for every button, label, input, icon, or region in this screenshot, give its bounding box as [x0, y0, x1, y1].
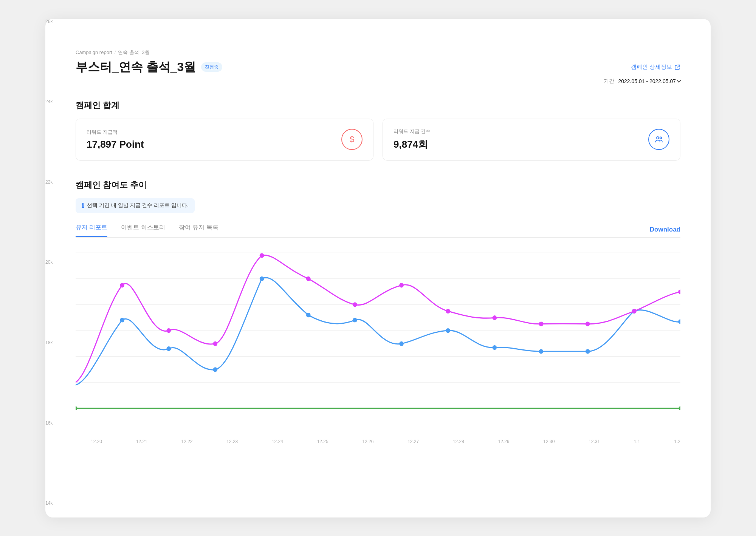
summary-section-title: 캠페인 합계	[76, 100, 680, 111]
page-header: 부스터_연속 출석_3월 진행중 캠페인 상세정보	[76, 59, 680, 76]
main-card: Campaign report / 연속 출석_3월 부스터_연속 출석_3월 …	[45, 19, 711, 517]
breadcrumb-separator: /	[115, 49, 116, 55]
date-range-row: 기간 2022.05.01 - 2022.05.07	[76, 78, 680, 85]
svg-point-14	[260, 276, 264, 281]
chart-container: 26k 24k 22k 20k 18k 16k 14k	[76, 249, 680, 434]
summary-card-text-2: 리워드 지급 건수 9,874회	[393, 128, 431, 151]
breadcrumb: Campaign report / 연속 출석_3월	[76, 49, 680, 56]
campaign-detail-link[interactable]: 캠페인 상세정보	[631, 63, 680, 71]
chart-svg	[76, 249, 680, 434]
chart-svg-container: 12.20 12.21 12.22 12.23 12.24 12.25 12.2…	[76, 249, 680, 434]
svg-point-21	[586, 349, 590, 354]
page-title: 부스터_연속 출석_3월	[76, 59, 196, 76]
breadcrumb-root: Campaign report	[76, 49, 112, 55]
y-axis-labels: 26k 24k 22k 20k 18k 16k 14k	[45, 19, 60, 517]
tab-participant-list[interactable]: 참여 유저 목록	[179, 224, 218, 237]
svg-point-11	[120, 318, 124, 322]
tabs-container: 유저 리포트 이벤트 히스토리 참여 유저 목록 Download	[76, 224, 680, 238]
svg-point-12	[166, 346, 171, 351]
summary-card-text: 리워드 지급액 17,897 Point	[87, 129, 144, 150]
summary-label-1: 리워드 지급액	[87, 129, 144, 136]
svg-point-18	[446, 328, 450, 332]
x-axis-labels: 12.20 12.21 12.22 12.23 12.24 12.25 12.2…	[76, 436, 680, 444]
summary-card-reward-amount: 리워드 지급액 17,897 Point $	[76, 119, 373, 161]
svg-point-23	[678, 319, 680, 324]
svg-point-35	[632, 309, 637, 313]
svg-point-17	[399, 341, 404, 346]
svg-point-29	[353, 302, 357, 307]
summary-value-1: 17,897 Point	[87, 139, 144, 150]
dollar-icon: $	[341, 129, 363, 150]
info-box: ℹ 선택 기간 내 일별 지급 건수 리포트 입니다.	[76, 198, 195, 213]
svg-point-13	[213, 367, 218, 372]
svg-point-0	[657, 137, 659, 139]
users-icon	[648, 129, 669, 150]
trend-section-title: 캠페인 참여도 추이	[76, 179, 680, 191]
summary-cards: 리워드 지급액 17,897 Point $ 리워드 지급 건수 9,874회	[76, 119, 680, 161]
svg-point-30	[399, 283, 404, 287]
chevron-down-icon	[677, 78, 681, 82]
date-range-value[interactable]: 2022.05.01 - 2022.05.07	[618, 78, 680, 84]
svg-point-32	[493, 315, 497, 320]
external-link-icon	[674, 64, 680, 70]
svg-point-36	[678, 289, 680, 294]
tab-event-history[interactable]: 이벤트 히스토리	[121, 224, 165, 237]
info-text: 선택 기간 내 일별 지급 건수 리포트 입니다.	[87, 202, 189, 209]
svg-point-9	[76, 406, 77, 410]
svg-point-1	[660, 137, 662, 139]
tab-user-report[interactable]: 유저 리포트	[76, 224, 107, 237]
tabs: 유저 리포트 이벤트 히스토리 참여 유저 목록	[76, 224, 680, 238]
svg-point-20	[539, 349, 544, 354]
svg-point-33	[539, 321, 544, 326]
svg-point-16	[353, 318, 357, 322]
status-badge: 진행중	[201, 62, 222, 72]
download-button[interactable]: Download	[650, 226, 680, 233]
svg-point-24	[120, 283, 124, 287]
svg-point-34	[586, 321, 590, 326]
svg-point-15	[306, 312, 311, 317]
breadcrumb-current: 연속 출석_3월	[118, 49, 149, 56]
svg-point-10	[679, 406, 680, 410]
svg-point-26	[213, 341, 218, 346]
summary-value-2: 9,874회	[393, 138, 431, 151]
svg-point-25	[166, 328, 171, 332]
svg-point-31	[446, 309, 450, 313]
title-row: 부스터_연속 출석_3월 진행중	[76, 59, 222, 76]
date-range-label: 기간	[604, 78, 614, 85]
summary-label-2: 리워드 지급 건수	[393, 128, 431, 135]
svg-point-19	[493, 345, 497, 349]
info-icon: ℹ	[82, 202, 84, 209]
summary-card-reward-count: 리워드 지급 건수 9,874회	[383, 119, 680, 161]
svg-point-27	[260, 253, 264, 258]
svg-point-28	[306, 276, 311, 281]
